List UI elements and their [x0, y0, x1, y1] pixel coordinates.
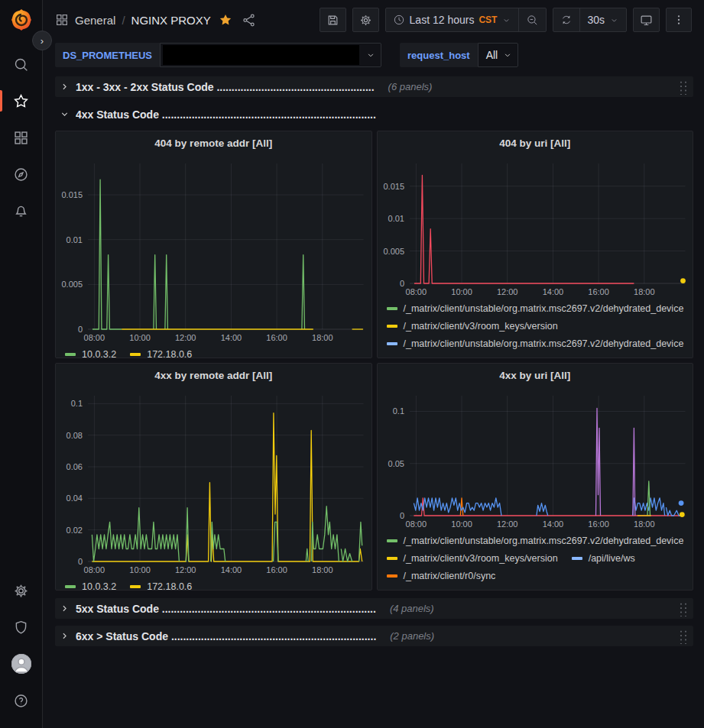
sidebar-item-configuration[interactable]: [0, 572, 43, 609]
legend-row: /_matrix/client/v3/room_keys/version/api…: [387, 549, 686, 567]
legend-swatch: [65, 353, 76, 356]
legend-label: /_matrix/client/v3/room_keys/version: [404, 321, 558, 332]
time-series-chart[interactable]: 08:0010:0012:0014:0016:0018:0000.020.040…: [56, 387, 371, 578]
panel-grid: 404 by remote addr [All] 08:0010:0012:00…: [55, 131, 693, 590]
legend-item[interactable]: /_matrix/client/v3/room_keys/version: [387, 356, 558, 358]
svg-text:08:00: 08:00: [84, 565, 105, 574]
svg-text:0.08: 0.08: [67, 431, 83, 440]
breadcrumb-section[interactable]: General: [75, 14, 115, 27]
svg-text:0.01: 0.01: [388, 214, 404, 223]
svg-text:0.06: 0.06: [67, 462, 83, 471]
save-icon: [326, 14, 339, 27]
panel-header[interactable]: 404 by uri [All]: [378, 131, 693, 154]
time-series-chart[interactable]: 08:0010:0012:0014:0016:0018:0000.0050.01…: [378, 154, 693, 299]
host-value: All: [486, 49, 498, 61]
svg-text:16:00: 16:00: [266, 333, 287, 342]
legend-row: 10.0.3.2172.18.0.6: [65, 345, 364, 358]
panel-title: 4xx by remote addr [All]: [154, 370, 272, 381]
row-6xx[interactable]: 6xx > Status Code ......................…: [55, 626, 693, 646]
sidebar-item-search[interactable]: [0, 46, 43, 83]
breadcrumb-separator: /: [122, 14, 125, 27]
legend-item[interactable]: /_matrix/client/unstable/org.matrix.msc2…: [387, 588, 684, 590]
avatar: [11, 654, 31, 674]
chevron-right-icon: [60, 82, 70, 92]
refresh-interval-label: 30s: [587, 14, 605, 26]
svg-text:0: 0: [78, 325, 83, 334]
zoom-out-icon: [526, 14, 539, 27]
grafana-logo-icon[interactable]: [9, 8, 34, 32]
legend-item[interactable]: /_matrix/client/unstable/org.matrix.msc2…: [387, 338, 684, 349]
legend-item[interactable]: /sw.js: [572, 356, 612, 358]
svg-text:14:00: 14:00: [542, 519, 563, 529]
favorite-star-button[interactable]: [217, 11, 234, 28]
legend-row: /_matrix/client/unstable/org.matrix.msc2…: [387, 584, 686, 590]
legend-swatch: [130, 353, 141, 356]
chart-legend: 10.0.3.2172.18.0.6: [56, 578, 371, 590]
sidebar-item-explore[interactable]: [0, 156, 43, 193]
tv-mode-button[interactable]: [633, 8, 660, 32]
time-series-chart[interactable]: 08:0010:0012:0014:0016:0018:0000.050.1: [378, 387, 693, 532]
legend-item[interactable]: 10.0.3.2: [65, 581, 116, 590]
legend-swatch: [387, 539, 397, 542]
sidebar-item-server-admin[interactable]: [0, 609, 43, 645]
legend-item[interactable]: /_matrix/client/unstable/org.matrix.msc2…: [387, 303, 684, 314]
row-title: 6xx > Status Code ......................…: [76, 630, 376, 642]
sidebar-item-dashboards[interactable]: [0, 119, 43, 156]
sidebar-item-alerting[interactable]: [0, 193, 43, 229]
dashboard-settings-button[interactable]: [352, 8, 379, 32]
chart-legend: 10.0.3.2172.18.0.6: [56, 345, 371, 358]
svg-text:16:00: 16:00: [588, 287, 609, 296]
legend-label: /_matrix/client/unstable/org.matrix.msc2…: [404, 588, 684, 590]
row-drag-handle-icon[interactable]: [678, 601, 687, 616]
legend-item[interactable]: /_matrix/client/r0/sync: [387, 571, 496, 581]
legend-item[interactable]: /_matrix/client/v3/room_keys/version: [387, 553, 558, 564]
panel-header[interactable]: 4xx by uri [All]: [378, 364, 693, 387]
panel-header[interactable]: 404 by remote addr [All]: [56, 131, 371, 154]
host-value-select[interactable]: All: [478, 43, 519, 67]
svg-text:0.05: 0.05: [388, 459, 404, 468]
row-drag-handle-icon[interactable]: [678, 79, 687, 95]
refresh-interval-picker[interactable]: 30s: [579, 8, 626, 31]
zoom-out-time-button[interactable]: [518, 8, 546, 31]
refresh-button[interactable]: [553, 8, 579, 31]
row-1xx-3xx-2xx[interactable]: 1xx - 3xx - 2xx Status Code ............…: [55, 76, 693, 97]
svg-text:08:00: 08:00: [405, 287, 427, 296]
grafana-app: ›: [0, 0, 704, 728]
datasource-variable-label: DS_PROMETHEUS: [55, 43, 160, 67]
sidebar-item-starred[interactable]: [0, 83, 43, 119]
legend-swatch: [387, 307, 397, 310]
share-button[interactable]: [240, 11, 258, 29]
svg-text:12:00: 12:00: [175, 565, 196, 574]
row-5xx[interactable]: 5xx Status Code ........................…: [55, 598, 693, 619]
more-options-button[interactable]: [666, 8, 692, 32]
svg-text:0: 0: [399, 279, 404, 288]
legend-item[interactable]: 172.18.0.6: [130, 581, 192, 590]
row-drag-handle-icon[interactable]: [678, 629, 687, 644]
sidebar-item-profile[interactable]: [0, 645, 43, 682]
legend-row: /_matrix/client/r0/sync: [387, 567, 686, 584]
svg-text:10:00: 10:00: [129, 565, 151, 574]
legend-item[interactable]: 172.18.0.6: [130, 349, 192, 358]
svg-text:18:00: 18:00: [312, 565, 333, 574]
time-range-picker[interactable]: Last 12 hours CST: [386, 8, 519, 31]
dashboard-title: NGINX PROXY: [131, 14, 211, 27]
svg-text:0.04: 0.04: [67, 493, 83, 503]
save-dashboard-button[interactable]: [320, 8, 346, 32]
time-series-chart[interactable]: 08:0010:0012:0014:0016:0018:0000.0050.01…: [56, 154, 371, 345]
sidebar-expand-button[interactable]: ›: [32, 31, 52, 50]
row-panel-count: (2 panels): [390, 630, 434, 642]
legend-item[interactable]: /api/live/ws: [572, 553, 635, 564]
panel-header[interactable]: 4xx by remote addr [All]: [56, 364, 371, 387]
svg-text:18:00: 18:00: [312, 333, 333, 342]
legend-label: /_matrix/client/unstable/org.matrix.msc2…: [404, 303, 684, 314]
sidebar-item-help[interactable]: [0, 682, 43, 719]
legend-item[interactable]: 10.0.3.2: [65, 349, 116, 358]
row-4xx[interactable]: 4xx Status Code ........................…: [55, 104, 693, 125]
legend-item[interactable]: /_matrix/client/v3/room_keys/version: [387, 321, 558, 332]
row-title: 1xx - 3xx - 2xx Status Code ............…: [76, 81, 375, 93]
panel-4xx-by-uri: 4xx by uri [All] 08:0010:0012:0014:0016:…: [377, 363, 694, 590]
legend-item[interactable]: /_matrix/client/unstable/org.matrix.msc2…: [387, 535, 684, 546]
datasource-select[interactable]: [160, 43, 381, 67]
host-variable-label: request_host: [400, 43, 478, 67]
svg-text:10:00: 10:00: [451, 519, 472, 529]
